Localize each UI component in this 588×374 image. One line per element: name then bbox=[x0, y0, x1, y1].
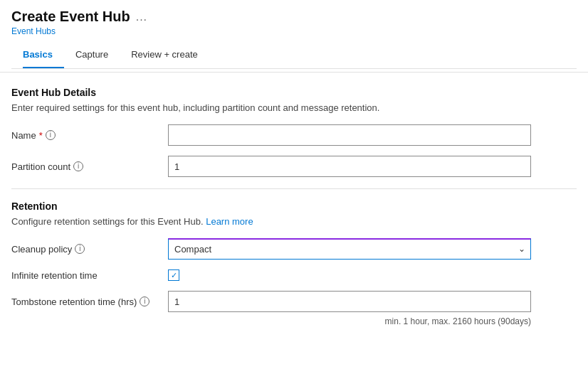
partition-count-input[interactable] bbox=[168, 156, 531, 177]
partition-count-row: Partition count i bbox=[11, 156, 577, 177]
name-info-icon[interactable]: i bbox=[46, 130, 56, 140]
tab-review-create[interactable]: Review + create bbox=[131, 42, 209, 68]
cleanup-policy-select[interactable]: Delete Compact DeleteOrCompact bbox=[168, 238, 531, 260]
event-hub-details-title: Event Hub Details bbox=[11, 87, 577, 98]
cleanup-policy-row: Cleanup policy i Delete Compact DeleteOr… bbox=[11, 238, 577, 260]
tabs-container: Basics Capture Review + create bbox=[11, 42, 577, 69]
tombstone-retention-row: Tombstone retention time (hrs) i bbox=[11, 291, 577, 312]
name-required: * bbox=[39, 130, 43, 141]
tab-basics[interactable]: Basics bbox=[23, 42, 64, 68]
checkmark-icon: ✓ bbox=[171, 272, 177, 279]
breadcrumb[interactable]: Event Hubs bbox=[11, 26, 577, 36]
tombstone-info-icon[interactable]: i bbox=[140, 296, 149, 306]
event-hub-details-desc: Enter required settings for this event h… bbox=[11, 102, 577, 113]
cleanup-info-icon[interactable]: i bbox=[75, 244, 85, 254]
page-title: Create Event Hub bbox=[11, 9, 130, 25]
divider bbox=[11, 188, 577, 189]
main-content: Event Hub Details Enter required setting… bbox=[0, 73, 588, 346]
name-row: Name * i bbox=[11, 124, 577, 146]
name-label: Name * i bbox=[11, 130, 168, 141]
partition-info-icon[interactable]: i bbox=[73, 161, 83, 171]
name-input[interactable] bbox=[168, 124, 531, 146]
partition-count-label: Partition count i bbox=[11, 161, 168, 172]
retention-desc: Configure retention settings for this Ev… bbox=[11, 216, 577, 227]
tombstone-retention-label: Tombstone retention time (hrs) i bbox=[11, 296, 168, 307]
infinite-retention-row: Infinite retention time ✓ bbox=[11, 269, 577, 281]
cleanup-policy-select-wrapper: Delete Compact DeleteOrCompact ⌄ bbox=[168, 238, 531, 260]
retention-title: Retention bbox=[11, 201, 577, 212]
infinite-retention-label: Infinite retention time bbox=[11, 270, 168, 281]
tombstone-retention-input[interactable] bbox=[168, 291, 531, 312]
tab-capture[interactable]: Capture bbox=[75, 42, 120, 68]
learn-more-link[interactable]: Learn more bbox=[206, 216, 253, 227]
retention-section: Retention Configure retention settings f… bbox=[11, 201, 577, 326]
infinite-retention-checkbox[interactable]: ✓ bbox=[168, 269, 179, 281]
more-options-icon[interactable]: ... bbox=[136, 11, 147, 23]
cleanup-policy-label: Cleanup policy i bbox=[11, 244, 168, 255]
page-header: Create Event Hub ... Event Hubs Basics C… bbox=[0, 0, 588, 73]
tombstone-hint: min. 1 hour, max. 2160 hours (90days) bbox=[11, 316, 531, 326]
